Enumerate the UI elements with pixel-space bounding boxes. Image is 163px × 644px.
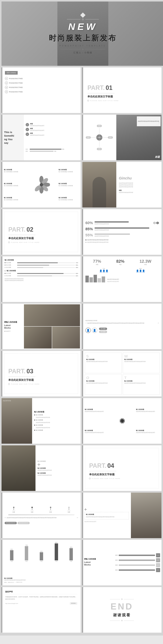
circle-quote-slide: 标题 标题: [1, 492, 81, 538]
toc-item-2: 02 单击此处添加文字标题: [5, 82, 78, 84]
latest-works-slide: 请输入你的标题 LatestWorks BOSSPPT: [1, 304, 81, 349]
row-4: PART. 02 单击此处添加文字标题 PLEASE ADD OUR TITLE…: [1, 209, 162, 255]
latest-title: 请输入你的标题: [4, 321, 21, 323]
star-slide: 输入你的标题 此处填写内容此处填写内容此处填写 输入你的标题 此处填写内容此处填…: [82, 398, 162, 444]
latest-works-2-subtitle: LatestWorks: [84, 561, 104, 566]
svg-point-18: [121, 420, 124, 422]
photo-quote-slide: 此处填写内容 输入你的标题 输入你的标题 此处填写内容此处填写内容 输入你的标题: [1, 398, 81, 444]
pct-85: 85%: [86, 227, 93, 231]
part01-please: PLEASE ADD OUR TITLE HERE: [90, 100, 119, 102]
quote-slide: This isSomething Yousay 01 标题 此处填写此处填写此处…: [1, 114, 81, 160]
row-9: 输入你的标题 输入你的标题 此处填写内容此处填写内容 输入你的标题 此处填写内容…: [1, 445, 162, 491]
ginchu-slide: Ginchu 此处填写此处填写内容内容此处填写内容此处填写内容此处填写内容此处填…: [82, 162, 162, 208]
hero-new: NEW: [68, 21, 98, 32]
hero-main-title: 时尚服装上新发布: [49, 33, 117, 43]
latest-works: LatestWorks: [4, 324, 21, 329]
part02-title: 单击此处添加文字标题: [8, 237, 74, 240]
row-8: 此处填写内容 输入你的标题 输入你的标题 此处填写内容此处填写内容 输入你的标题: [1, 398, 162, 444]
tag-join-2[interactable]: 单击此处添加文本: [18, 522, 30, 524]
row-5: 输入你的标题 输入标题 70% 输入标题: [1, 256, 162, 302]
part03-title: 单击此处添加文字标题: [8, 378, 74, 382]
part02-part: PART.: [8, 226, 26, 233]
tag-join-1[interactable]: 单击此处添加文本: [4, 522, 17, 524]
part01-title: 单击此处添加文字标题: [88, 95, 156, 98]
diamond-top: [80, 12, 86, 18]
part04-please: PLEASE ADD OUR TITLE HERE: [92, 478, 120, 479]
toc-item-4: 04 单击此处添加文字标题: [5, 90, 78, 93]
swot-slide: S 输入你的标题 此处填写内容此处填写内容此处填写内容 W 输入你的标题 此处填…: [82, 351, 162, 396]
ginchu-desc: 此处填写此处填写内容内容此处填写内容此处填写内容此处填写内容此处填写内容: [119, 182, 159, 188]
part02-num: 02: [26, 226, 33, 233]
ginchu-brand: Ginchu: [119, 176, 159, 180]
part02-slide: PART. 02 单击此处添加文字标题 PLEASE ADD OUR TITLE…: [1, 209, 81, 255]
latest-works-2-slide: 请输入你的标题 LatestWorks 标题 A 标题 B: [82, 540, 162, 586]
pct-55: 55%: [86, 233, 93, 238]
stat-77: 77%: [93, 259, 101, 264]
hero-slide: NEW 时尚服装上新发布 POWERPOINT TEMPLATE 汇报人：小熊猫: [1, 1, 163, 66]
toc-item-1: 01 单击此处添加文字标题: [5, 77, 78, 80]
row-10: 标题 标题: [1, 492, 162, 538]
pct-slide: 60% 此处填写内容此处填写内容 85%: [82, 209, 162, 255]
part03-please: PLEASE ADD OUR TITLE HERE: [11, 383, 40, 385]
row-7: PART. 03 单击此处添加文字标题 PLEASE ADD OUR TITLE…: [1, 351, 162, 396]
stats-slide: 77% 标题 82% 利益 12.3W 标题 7: [82, 256, 162, 302]
contact-btn[interactable]: 联系我们: [70, 602, 77, 604]
bar-chart-slide: 50% 标题 70% 标题 40% 标题 85: [1, 540, 81, 586]
contents-label: 目录 contents: [5, 71, 18, 74]
brand-text: 标题: [155, 156, 160, 158]
row-6: 请输入你的标题 LatestWorks BOSSPPT: [1, 304, 162, 349]
hero-subtitle: POWERPOINT TEMPLATE: [60, 45, 106, 47]
row-2: This isSomething Yousay 01 标题 此处填写此处填写此处…: [1, 114, 162, 160]
page-container: NEW 时尚服装上新发布 POWERPOINT TEMPLATE 汇报人：小熊猫…: [0, 0, 163, 636]
stat-82: 82%: [116, 259, 124, 264]
stat-12w: 12.3W: [140, 259, 151, 264]
copyright-title: 版权声明: [5, 590, 77, 594]
join-btn-1[interactable]: 加入标题: [99, 328, 107, 330]
star-icon: [114, 412, 131, 430]
join-btn-2[interactable]: 加入标题: [99, 331, 107, 333]
row-3: 输入你的标题 输入你的标题输入你的标题 输入你的标题 输入你的标题输入你的标题 …: [1, 162, 162, 208]
hero-reporter: 汇报人：小熊猫: [73, 51, 92, 54]
row-11: 50% 标题 70% 标题 40% 标题 85: [1, 540, 162, 586]
website-link[interactable]: http://www.bossppt.com/: [5, 603, 18, 604]
pct-60: 60%: [86, 221, 93, 225]
latest-works-2-title: 请输入你的标题: [84, 558, 104, 560]
progress-slide: 输入你的标题 输入标题 70% 输入标题: [1, 256, 81, 302]
flower-icon: [33, 174, 50, 195]
copyright-content: 本模板版权归作者所有，仅供学习交流使用，不得用于商业用途。如需商业使用请联系作者…: [5, 596, 77, 600]
bossppt-label: BOSSPPT: [4, 330, 21, 332]
portrait-input-slide: 输入你的标题 此处填写内容此处填写内容此处填写内容此处填写内容 此处填写内容此处…: [82, 492, 162, 538]
row-12: 版权声明 本模板版权归作者所有，仅供学习交流使用，不得用于商业用途。如需商业使用…: [1, 587, 162, 633]
toc-item-3: 03 单击此处添加文字标题: [5, 86, 78, 89]
svg-point-10: [40, 183, 43, 186]
icons-slide: 输入你的标题 输入你的标题输入你的标题 输入你的标题 输入你的标题输入你的标题 …: [1, 162, 81, 208]
part03-slide: PART. 03 单击此处添加文字标题 PLEASE ADD OUR TITLE…: [1, 351, 81, 396]
copyright-slide: 版权声明 本模板版权归作者所有，仅供学习交流使用，不得用于商业用途。如需商业使用…: [1, 587, 81, 633]
part01-part: PART.: [88, 84, 104, 92]
part04-title: 单击此处添加文字标题: [89, 473, 155, 476]
part02-please: PLEASE ADD OUR TITLE HERE: [11, 242, 40, 243]
quote-persons-slide: 此处添加此处文本内容 " 此处填写内容此处填写内容此处填写内容此处填写内容此处填…: [82, 304, 162, 349]
tags-slide: 标题 标题 标题 标题 标题: [82, 114, 162, 160]
part01-slide: PART. 01 单击此处添加文字标题 PLEASE ADD OUR TITLE…: [82, 67, 162, 113]
thanks-text: 谢谢观看: [113, 612, 131, 618]
part04-slide: PART. 04 单击此处添加文字标题 PLEASE ADD OUR TITLE…: [82, 445, 162, 491]
quote-text-left: This isSomething Yousay: [4, 130, 21, 144]
row-1: 目录 contents 01 单击此处添加文字标题 02 单击此处添加文字标题 …: [1, 67, 162, 113]
photo-text-slide: 输入你的标题 输入你的标题 此处填写内容此处填写内容 输入你的标题 此处填写内容…: [1, 445, 81, 491]
part01-num: 01: [106, 84, 112, 92]
toc-slide: 目录 contents 01 单击此处添加文字标题 02 单击此处添加文字标题 …: [1, 67, 81, 113]
end-slide: END 谢谢观看: [82, 587, 162, 633]
end-text: END: [110, 601, 133, 612]
toc-list: 01 单击此处添加文字标题 02 单击此处添加文字标题 03 单击此处添加文字标…: [5, 77, 78, 93]
